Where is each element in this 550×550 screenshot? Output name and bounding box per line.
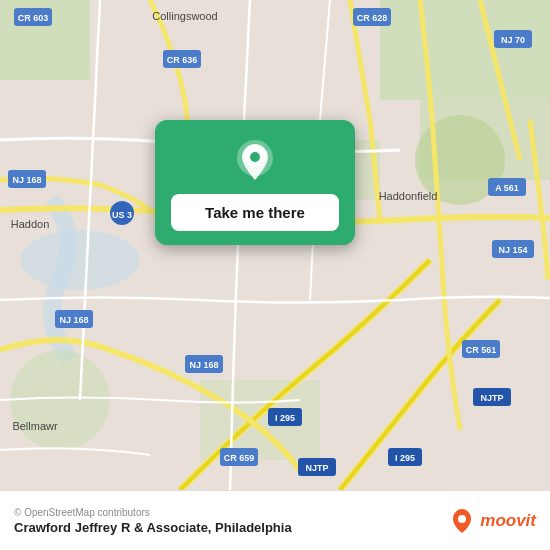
svg-rect-3 (380, 0, 550, 100)
svg-text:A 561: A 561 (495, 183, 519, 193)
moovit-brand-text: moovit (480, 511, 536, 531)
svg-text:US 3: US 3 (112, 210, 132, 220)
svg-text:NJ 168: NJ 168 (59, 315, 88, 325)
svg-text:CR 561: CR 561 (466, 345, 497, 355)
footer-left: © OpenStreetMap contributors Crawford Je… (14, 507, 292, 535)
copyright-text: © OpenStreetMap contributors (14, 507, 292, 518)
svg-text:I 295: I 295 (275, 413, 295, 423)
svg-text:CR 659: CR 659 (224, 453, 255, 463)
svg-point-48 (458, 515, 466, 523)
svg-point-1 (20, 230, 140, 290)
svg-text:NJTP: NJTP (480, 393, 503, 403)
map-background: CR 603 NJ 168 US 3 NJ 168 NJ 168 CR 636 … (0, 0, 550, 490)
svg-point-47 (250, 152, 260, 162)
svg-text:CR 636: CR 636 (167, 55, 198, 65)
svg-text:Bellmawr: Bellmawr (12, 420, 58, 432)
svg-text:Haddon: Haddon (11, 218, 50, 230)
moovit-pin-icon (448, 507, 476, 535)
svg-text:NJ 168: NJ 168 (12, 175, 41, 185)
footer: © OpenStreetMap contributors Crawford Je… (0, 490, 550, 550)
svg-text:Collingswood: Collingswood (152, 10, 217, 22)
location-pin-icon (232, 138, 278, 184)
svg-text:NJTP: NJTP (305, 463, 328, 473)
svg-text:NJ 154: NJ 154 (498, 245, 527, 255)
popup-card: Take me there (155, 120, 355, 245)
svg-text:I 295: I 295 (395, 453, 415, 463)
take-me-there-button[interactable]: Take me there (171, 194, 339, 231)
svg-text:NJ 70: NJ 70 (501, 35, 525, 45)
moovit-logo: moovit (448, 507, 536, 535)
svg-text:CR 628: CR 628 (357, 13, 388, 23)
place-name: Crawford Jeffrey R & Associate, Philadel… (14, 520, 292, 535)
svg-text:NJ 168: NJ 168 (189, 360, 218, 370)
svg-point-7 (10, 350, 110, 450)
svg-text:Haddonfield: Haddonfield (379, 190, 438, 202)
svg-text:CR 603: CR 603 (18, 13, 49, 23)
map-container: CR 603 NJ 168 US 3 NJ 168 NJ 168 CR 636 … (0, 0, 550, 490)
